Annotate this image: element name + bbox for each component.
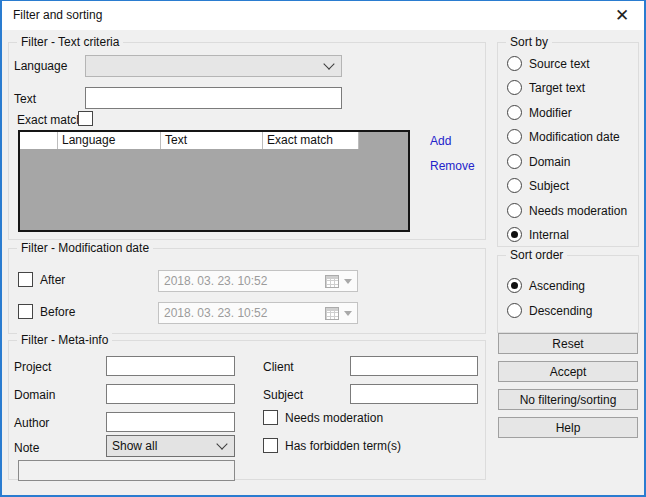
group-text-criteria-label: Filter - Text criteria [17,35,123,49]
no-filtering-sorting-button[interactable]: No filtering/sorting [498,389,638,410]
note-combobox[interactable]: Show all [106,435,235,457]
text-label: Text [14,92,36,106]
after-checkbox[interactable] [18,272,33,287]
note-label: Note [14,441,39,455]
radio-label: Modifier [529,106,572,120]
table-header-exact-match[interactable]: Exact match [263,132,359,149]
reset-button[interactable]: Reset [498,333,638,354]
window-title: Filter and sorting [13,8,102,22]
exact-match-checkbox[interactable] [78,111,93,126]
before-label: Before [40,305,75,319]
subject-label: Subject [263,388,303,402]
radio-label: Internal [529,228,569,242]
group-sort-by-label: Sort by [506,35,552,49]
note-combobox-value: Show all [112,439,157,453]
radio-label: Needs moderation [529,204,627,218]
radio-icon [507,56,522,71]
text-criteria-table[interactable]: Language Text Exact match [18,130,410,232]
language-label: Language [14,59,67,73]
filter-sorting-dialog: Filter and sorting ✕ Filter - Text crite… [0,0,646,497]
chevron-down-icon [323,58,334,69]
radio-label: Subject [529,179,569,193]
radio-target-text[interactable]: Target text [507,80,585,95]
language-combobox[interactable] [85,55,342,77]
calendar-icon [325,275,339,288]
group-sort-order: Sort order [497,255,639,333]
radio-label: Source text [529,57,590,71]
has-forbidden-label: Has forbidden term(s) [285,439,401,453]
radio-icon [507,80,522,95]
author-input[interactable] [106,412,235,432]
table-header-blank[interactable] [20,132,58,149]
add-link[interactable]: Add [430,134,451,148]
dropdown-arrow-icon[interactable] [344,279,352,284]
project-label: Project [14,360,51,374]
client-label: Client [263,360,294,374]
author-label: Author [14,416,49,430]
domain-input[interactable] [106,384,235,404]
radio-label: Modification date [529,130,620,144]
after-date-input[interactable]: 2018. 03. 23. 10:52 [158,270,358,292]
table-header-language[interactable]: Language [58,132,161,149]
radio-needs-moderation[interactable]: Needs moderation [507,203,627,218]
after-date-controls [325,275,352,288]
before-date-value: 2018. 03. 23. 10:52 [164,306,267,320]
radio-label: Domain [529,155,570,169]
radio-modifier[interactable]: Modifier [507,105,572,120]
radio-icon [507,203,522,218]
after-checkbox-row: After [18,272,65,287]
radio-label: Ascending [529,279,585,293]
radio-label: Target text [529,81,585,95]
has-forbidden-row: Has forbidden term(s) [263,438,401,453]
radio-ascending[interactable]: Ascending [507,278,585,293]
radio-icon [507,278,522,293]
text-input[interactable] [85,87,342,109]
exact-match-label: Exact match [17,113,83,127]
dropdown-arrow-icon[interactable] [344,311,352,316]
group-sort-order-label: Sort order [506,248,567,262]
remove-link[interactable]: Remove [430,159,475,173]
table-header: Language Text Exact match [20,132,408,149]
calendar-icon [325,307,339,320]
before-checkbox[interactable] [18,304,33,319]
meta-extra-input[interactable] [18,460,235,481]
has-forbidden-checkbox[interactable] [263,438,278,453]
help-button[interactable]: Help [498,417,638,438]
accept-button[interactable]: Accept [498,361,638,382]
group-meta-info-label: Filter - Meta-info [17,333,112,347]
subject-input[interactable] [350,384,478,404]
radio-icon [507,105,522,120]
radio-label: Descending [529,304,592,318]
before-date-controls [325,307,352,320]
title-bar: Filter and sorting ✕ [0,0,646,30]
radio-descending[interactable]: Descending [507,303,592,318]
radio-domain[interactable]: Domain [507,154,570,169]
radio-icon [507,154,522,169]
close-button[interactable]: ✕ [600,1,644,29]
radio-modification-date[interactable]: Modification date [507,129,620,144]
before-checkbox-row: Before [18,304,75,319]
radio-icon [507,178,522,193]
radio-internal[interactable]: Internal [507,227,569,242]
radio-icon [507,129,522,144]
radio-source-text[interactable]: Source text [507,56,590,71]
radio-icon [507,227,522,242]
domain-label: Domain [14,388,55,402]
needs-moderation-checkbox[interactable] [263,410,278,425]
chevron-down-icon [216,438,227,449]
client-input[interactable] [350,356,478,376]
before-date-input[interactable]: 2018. 03. 23. 10:52 [158,302,358,324]
project-input[interactable] [106,356,235,376]
after-date-value: 2018. 03. 23. 10:52 [164,274,267,288]
close-icon: ✕ [615,5,629,26]
needs-moderation-label: Needs moderation [285,411,383,425]
radio-subject[interactable]: Subject [507,178,569,193]
group-modification-date-label: Filter - Modification date [17,241,153,255]
table-header-text[interactable]: Text [161,132,263,149]
radio-icon [507,303,522,318]
needs-moderation-row: Needs moderation [263,410,383,425]
after-label: After [40,273,65,287]
